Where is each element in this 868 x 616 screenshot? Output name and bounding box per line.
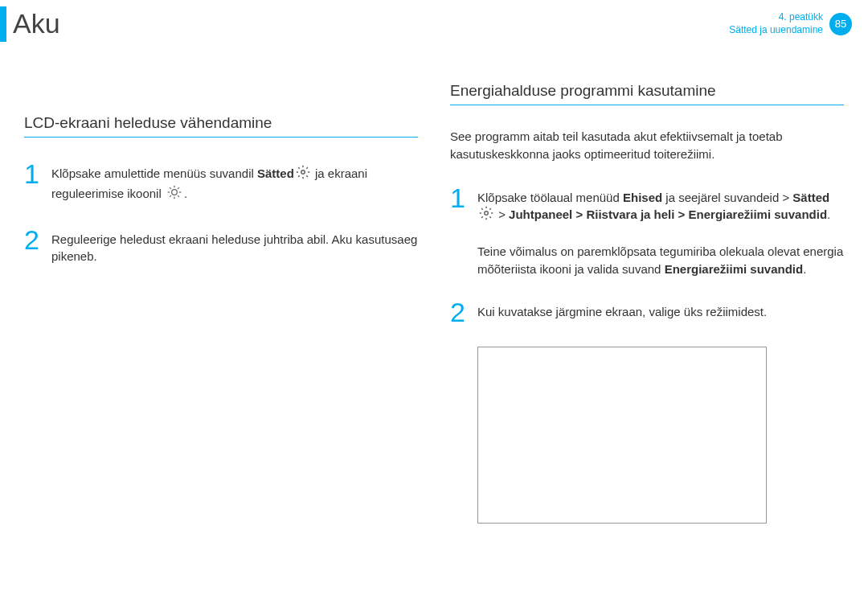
right-column: Energiahalduse programmi kasutamine See …: [450, 82, 844, 524]
text: ja valida suvand: [575, 262, 665, 276]
left-step-1: 1 Klõpsake amulettide menüüs suvandil Sä…: [24, 160, 418, 205]
step-number-1: 1: [24, 160, 42, 187]
step-number-1: 1: [450, 184, 468, 211]
step-body: Klõpsake amulettide menüüs suvandil Sätt…: [51, 160, 418, 205]
bold-text: Energiarežiimi suvandid: [665, 262, 804, 276]
step-body: Reguleerige heledust ekraani heleduse ju…: [51, 226, 418, 266]
brightness-icon: [166, 184, 182, 205]
svg-line-6: [170, 187, 171, 189]
right-step-1: 1 Klõpsake töölaual menüüd Ehised ja see…: [450, 184, 844, 278]
bold-text: Sätted: [257, 166, 294, 180]
svg-line-8: [170, 195, 171, 197]
text: .: [827, 207, 830, 221]
title-group: Aku: [0, 6, 60, 42]
text: Klõpsake amulettide menüüs suvandil: [51, 166, 257, 180]
header-right: 4. peatükk Sätted ja uuendamine 85: [729, 6, 852, 36]
gear-icon: [296, 165, 310, 184]
right-step-2: 2 Kui kuvatakse järgmine ekraan, valige …: [450, 298, 844, 326]
step-body: Klõpsake töölaual menüüd Ehised ja seejä…: [477, 184, 844, 278]
step-number-2: 2: [24, 226, 42, 253]
gear-icon: [479, 206, 493, 225]
bold-text: Juhtpaneel > Riistvara ja heli > Energia…: [509, 207, 827, 221]
text: ja seejärel suvandeid >: [662, 191, 792, 204]
text: .: [803, 262, 806, 276]
content-area: LCD-ekraani heleduse vähendamine 1 Klõps…: [0, 42, 868, 524]
page-title: Aku: [13, 6, 60, 39]
bold-text: Sätted: [792, 191, 829, 204]
chapter-label: 4. peatükk: [729, 11, 823, 24]
svg-line-9: [178, 187, 179, 189]
step-number-2: 2: [450, 298, 468, 326]
text: .: [184, 187, 187, 200]
page-header: Aku 4. peatükk Sätted ja uuendamine 85: [0, 0, 868, 42]
svg-point-10: [485, 211, 489, 216]
svg-point-0: [301, 170, 305, 175]
svg-line-7: [178, 195, 179, 197]
page-number: 85: [829, 13, 852, 35]
section-heading-lcd: LCD-ekraani heleduse vähendamine: [24, 114, 418, 138]
step-body: Kui kuvatakse järgmine ekraan, valige ük…: [477, 298, 767, 321]
chapter-info: 4. peatükk Sätted ja uuendamine: [729, 11, 823, 36]
left-column: LCD-ekraani heleduse vähendamine 1 Klõps…: [24, 82, 418, 524]
title-accent-bar: [0, 6, 6, 42]
intro-paragraph: See programm aitab teil kasutada akut ef…: [450, 128, 844, 163]
bold-text: Ehised: [623, 191, 662, 204]
section-heading-energy: Energiahalduse programmi kasutamine: [450, 82, 844, 105]
chapter-name: Sätted ja uuendamine: [729, 24, 823, 37]
screenshot-placeholder: [477, 347, 767, 524]
left-step-2: 2 Reguleerige heledust ekraani heleduse …: [24, 226, 418, 266]
text: >: [495, 207, 509, 221]
text: Klõpsake töölaual menüüd: [477, 191, 623, 204]
svg-point-1: [172, 190, 178, 195]
